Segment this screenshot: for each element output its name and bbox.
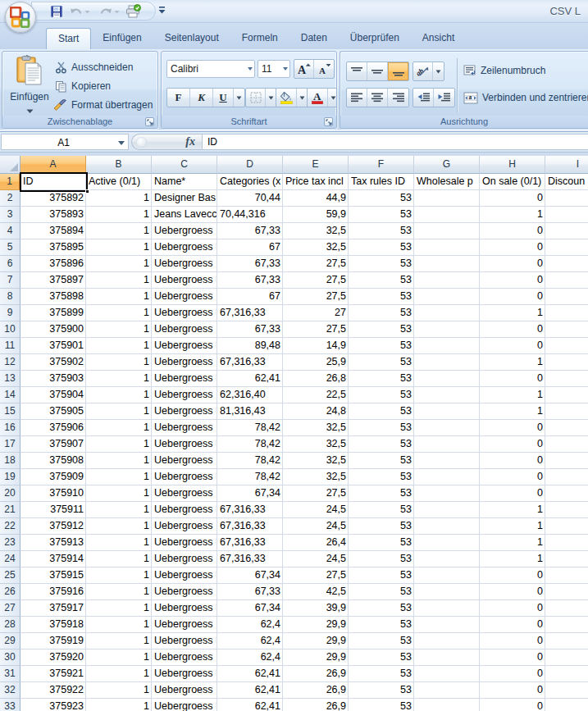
cell-D27[interactable]: 67,34 — [217, 600, 283, 617]
underline-button[interactable]: U — [213, 89, 234, 107]
cell-A9[interactable]: 375899 — [21, 305, 86, 321]
cell-D25[interactable]: 67,34 — [217, 567, 283, 584]
cell-B26[interactable]: 1 — [86, 584, 152, 600]
row-header-31[interactable]: 31 — [0, 666, 21, 682]
cell-D3[interactable]: 70,44,316 — [217, 207, 283, 223]
cell-D30[interactable]: 62,4 — [217, 649, 283, 666]
cell-F14[interactable]: 53 — [349, 387, 414, 403]
cell-A20[interactable]: 375910 — [21, 485, 86, 502]
redo-dropdown-icon[interactable] — [114, 6, 120, 17]
cell-D9[interactable]: 67,316,33 — [217, 305, 283, 321]
paste-button[interactable]: Einfügen — [7, 55, 52, 115]
row-header-20[interactable]: 20 — [0, 485, 21, 502]
cell-A18[interactable]: 375908 — [21, 453, 86, 469]
select-all-corner[interactable] — [0, 156, 21, 174]
cell-G26[interactable] — [414, 584, 480, 600]
cell-C22[interactable]: Uebergroess — [152, 518, 217, 535]
cell-G8[interactable] — [414, 289, 480, 305]
cell-B25[interactable]: 1 — [86, 567, 152, 584]
tab-daten[interactable]: Daten — [289, 28, 339, 49]
tab-seitenlayout[interactable]: Seitenlayout — [153, 28, 230, 49]
cell-G30[interactable] — [414, 649, 480, 666]
cell-H12[interactable]: 1 — [480, 354, 545, 371]
cell-H23[interactable]: 1 — [480, 535, 545, 551]
cell-D23[interactable]: 67,316,33 — [217, 535, 283, 551]
cell-B11[interactable]: 1 — [86, 338, 152, 354]
cell-G29[interactable] — [414, 633, 480, 649]
cell-B23[interactable]: 1 — [86, 535, 152, 551]
cell-H5[interactable]: 0 — [480, 239, 545, 256]
cell-E16[interactable]: 32,5 — [283, 420, 349, 436]
row-header-19[interactable]: 19 — [0, 469, 21, 485]
cell-A19[interactable]: 375909 — [21, 469, 86, 485]
cell-C27[interactable]: Uebergroess — [152, 600, 217, 617]
cell-I4[interactable] — [545, 223, 588, 239]
cell-F19[interactable]: 53 — [349, 469, 414, 485]
cell-I11[interactable] — [545, 338, 588, 354]
cell-I22[interactable] — [545, 518, 588, 535]
cell-F23[interactable]: 53 — [349, 535, 414, 551]
cell-C6[interactable]: Uebergroess — [152, 256, 217, 272]
cell-C11[interactable]: Uebergroess — [152, 338, 217, 354]
cut-button[interactable]: Ausschneiden — [55, 58, 133, 76]
cell-B4[interactable]: 1 — [86, 223, 152, 239]
cell-F11[interactable]: 53 — [349, 338, 414, 354]
cell-C21[interactable]: Uebergroess — [152, 502, 217, 518]
cell-D4[interactable]: 67,33 — [217, 223, 283, 239]
cell-F25[interactable]: 53 — [349, 567, 414, 584]
cell-E5[interactable]: 32,5 — [283, 239, 349, 256]
cell-A26[interactable]: 375916 — [21, 584, 86, 600]
cell-E13[interactable]: 26,8 — [283, 371, 349, 387]
align-center-button[interactable] — [367, 89, 388, 107]
cell-D21[interactable]: 67,316,33 — [217, 502, 283, 518]
cell-B13[interactable]: 1 — [86, 371, 152, 387]
cell-E7[interactable]: 27,5 — [283, 272, 349, 289]
cell-G12[interactable] — [414, 354, 480, 371]
cell-H4[interactable]: 0 — [480, 223, 545, 239]
cell-G7[interactable] — [414, 272, 480, 289]
grow-font-button[interactable]: A — [294, 60, 314, 78]
cell-D12[interactable]: 67,316,33 — [217, 354, 283, 371]
cell-E20[interactable]: 27,5 — [283, 485, 349, 502]
cell-G28[interactable] — [414, 617, 480, 633]
cell-G19[interactable] — [414, 469, 480, 485]
increase-indent-button[interactable] — [434, 89, 454, 107]
cell-B28[interactable]: 1 — [86, 617, 152, 633]
cell-B15[interactable]: 1 — [86, 403, 152, 420]
column-header-H[interactable]: H — [480, 156, 545, 174]
cell-E17[interactable]: 32,5 — [283, 436, 349, 453]
cell-D1[interactable]: Categories (x — [217, 174, 283, 190]
cell-I17[interactable] — [545, 436, 588, 453]
cell-A7[interactable]: 375897 — [21, 272, 86, 289]
cell-H29[interactable]: 0 — [480, 633, 545, 649]
cell-B6[interactable]: 1 — [86, 256, 152, 272]
align-middle-button[interactable] — [367, 62, 388, 80]
cell-A4[interactable]: 375894 — [21, 223, 86, 239]
cell-D26[interactable]: 67,33 — [217, 584, 283, 600]
cell-B19[interactable]: 1 — [86, 469, 152, 485]
cell-H22[interactable]: 1 — [480, 518, 545, 535]
font-color-dropdown[interactable] — [328, 89, 337, 107]
cell-G11[interactable] — [414, 338, 480, 354]
cell-C26[interactable]: Uebergroess — [152, 584, 217, 600]
cell-I13[interactable] — [545, 371, 588, 387]
cell-A23[interactable]: 375913 — [21, 535, 86, 551]
cell-F27[interactable]: 53 — [349, 600, 414, 617]
cell-B16[interactable]: 1 — [86, 420, 152, 436]
cell-C28[interactable]: Uebergroess — [152, 617, 217, 633]
name-box[interactable]: A1 — [1, 134, 129, 150]
cell-I14[interactable] — [545, 387, 588, 403]
cell-H25[interactable]: 0 — [480, 567, 545, 584]
cell-I9[interactable] — [545, 305, 588, 321]
cell-C32[interactable]: Uebergroess — [152, 682, 217, 699]
cell-C12[interactable]: Uebergroess — [152, 354, 217, 371]
cell-A25[interactable]: 375915 — [21, 567, 86, 584]
cell-H31[interactable]: 0 — [480, 666, 545, 682]
cell-C20[interactable]: Uebergroess — [152, 485, 217, 502]
shrink-font-button[interactable]: A — [314, 60, 334, 78]
cell-A3[interactable]: 375893 — [21, 207, 86, 223]
cell-F30[interactable]: 53 — [349, 649, 414, 666]
cell-F24[interactable]: 53 — [349, 551, 414, 567]
cell-F5[interactable]: 53 — [349, 239, 414, 256]
cell-C8[interactable]: Uebergroess — [152, 289, 217, 305]
